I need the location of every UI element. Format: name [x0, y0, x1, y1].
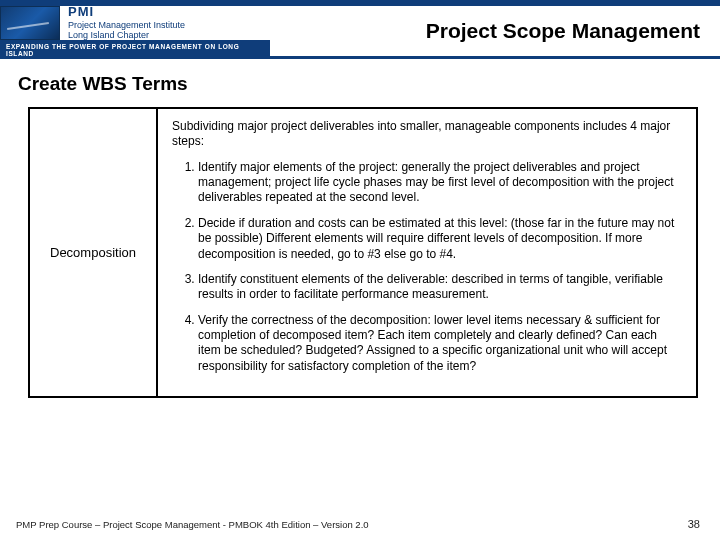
definition-intro: Subdividing major project deliverables i…: [172, 119, 682, 150]
term-definition: Subdividing major project deliverables i…: [158, 109, 696, 396]
org-line1: Project Management Institute: [68, 20, 185, 30]
org-line2: Long Island Chapter: [68, 30, 149, 40]
term-name: Decomposition: [30, 109, 158, 396]
step-item: Decide if duration and costs can be esti…: [198, 216, 682, 262]
step-item: Identify major elements of the project: …: [198, 160, 682, 206]
page-title: Project Scope Management: [270, 6, 720, 56]
org-name: PMI Project Management Institute Long Is…: [68, 5, 185, 41]
step-item: Verify the correctness of the decomposit…: [198, 313, 682, 374]
steps-list: Identify major elements of the project: …: [172, 160, 682, 374]
step-item: Identify constituent elements of the del…: [198, 272, 682, 303]
section-heading: Create WBS Terms: [0, 59, 720, 103]
header: PMI Project Management Institute Long Is…: [0, 6, 720, 59]
footer-text: PMP Prep Course – Project Scope Manageme…: [16, 519, 369, 530]
page-number: 38: [688, 518, 700, 530]
logo-block: PMI Project Management Institute Long Is…: [0, 6, 270, 56]
pmi-logo-icon: [0, 6, 60, 40]
tagline: EXPANDING THE POWER OF PROJECT MANAGEMEN…: [0, 40, 270, 56]
definition-table: Decomposition Subdividing major project …: [28, 107, 698, 398]
org-abbrev: PMI: [68, 5, 185, 20]
